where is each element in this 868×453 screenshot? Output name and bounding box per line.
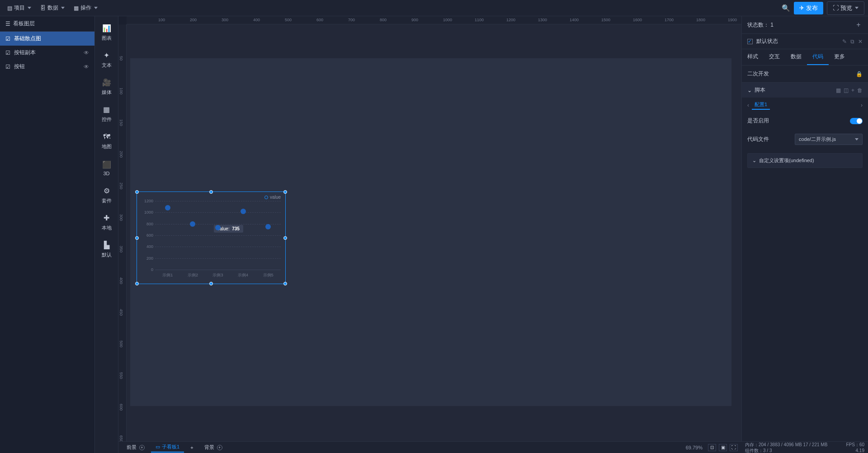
ruler-v-tick: 300 — [119, 214, 123, 221]
layer-checkbox[interactable]: ☑ — [5, 50, 10, 56]
add-state-button[interactable]: + — [854, 21, 863, 29]
ruler-h-tick: 1700 — [665, 18, 674, 22]
default-state-row[interactable]: 默认状态 ✎ ⧉ ✕ — [742, 34, 868, 49]
tab-sub-dashboard[interactable]: ▭ 子看板1 — [151, 442, 184, 453]
layer-item-1[interactable]: ☑按钮副本👁 — [0, 46, 94, 60]
ruler-v-tick: 100 — [119, 88, 123, 94]
text-icon: ✦ — [102, 51, 111, 60]
tool-text[interactable]: ✦文本 — [97, 47, 117, 72]
data-point[interactable] — [215, 225, 221, 230]
canvas-area[interactable]: value value: 735 020040060080010001200示例… — [127, 24, 741, 441]
fps-value: 60 — [859, 442, 864, 447]
ruler-h-tick: 400 — [253, 18, 260, 22]
visibility-icon[interactable]: 👁 — [84, 64, 89, 70]
tool-media[interactable]: 🎥媒体 — [97, 74, 117, 99]
ruler-h-tick: 300 — [222, 18, 228, 22]
custom-settings-section[interactable]: ⌄ 自定义设置项(undefined) — [747, 153, 863, 168]
script-next-icon[interactable]: › — [861, 102, 863, 108]
state-count-label: 状态数： — [747, 22, 769, 28]
layer-item-2[interactable]: ☑按钮👁 — [0, 60, 94, 74]
layer-label: 基础散点图 — [14, 35, 89, 42]
database-icon: 🗄 — [40, 5, 46, 11]
grid-action-icon[interactable]: ▦ — [836, 87, 841, 93]
fit-view-icon[interactable]: ⊡ — [708, 444, 716, 451]
tool-kit[interactable]: ⚙套件 — [97, 182, 117, 208]
publish-button[interactable]: ✈ 发布 — [794, 2, 823, 14]
file-icon: ▤ — [7, 5, 12, 11]
delete-script-icon[interactable]: 🗑 — [857, 87, 863, 93]
ruler-h-tick: 1800 — [696, 18, 705, 22]
menu-project[interactable]: ▤ 项目 — [4, 2, 35, 14]
layers-panel: ☰ 看板图层 ☑基础散点图☑按钮副本👁☑按钮👁 — [0, 16, 95, 453]
enable-toggle-row: 是否启用 — [742, 112, 868, 129]
state-count-row: 状态数： 1 + — [742, 16, 868, 34]
add-script-icon[interactable]: + — [851, 87, 854, 93]
enable-toggle[interactable] — [850, 118, 863, 124]
layers-panel-title: 看板图层 — [13, 20, 35, 28]
ruler-v-tick: 150 — [119, 119, 123, 126]
ruler-h-tick: 1900 — [728, 18, 737, 22]
selected-scatter-chart[interactable]: value value: 735 020040060080010001200示例… — [137, 191, 286, 284]
data-point[interactable] — [190, 221, 195, 227]
tab-background[interactable]: 背景 + — [200, 443, 227, 452]
tab-数据[interactable]: 数据 — [785, 49, 807, 65]
menu-data[interactable]: 🗄 数据 — [37, 2, 68, 14]
tab-交互[interactable]: 交互 — [764, 49, 785, 65]
screen-icon: ▭ — [156, 444, 160, 450]
delete-icon[interactable]: ✕ — [858, 38, 863, 45]
scatter-chart: value value: 735 020040060080010001200示例… — [137, 192, 285, 284]
tool-chart[interactable]: 📊图表 — [97, 20, 117, 45]
layer-item-0[interactable]: ☑基础散点图 — [0, 32, 94, 46]
code-file-value: code/二开示例.js — [799, 136, 836, 143]
chart-plot-area: value: 735 020040060080010001200示例1示例2示例… — [155, 201, 281, 270]
code-file-select[interactable]: code/二开示例.js — [795, 134, 863, 145]
panel-action-icon[interactable]: ◫ — [844, 87, 849, 93]
tab-foreground-label: 前景 — [127, 444, 137, 451]
tab-代码[interactable]: 代码 — [807, 49, 829, 65]
ruler-h-tick: 500 — [285, 18, 292, 22]
visibility-icon[interactable]: 👁 — [84, 50, 89, 56]
search-icon[interactable]: 🔍 — [782, 4, 790, 12]
data-point[interactable] — [241, 209, 246, 214]
data-point[interactable] — [165, 205, 170, 210]
ruler-v-tick: 250 — [119, 182, 123, 189]
menu-operate[interactable]: ▦ 操作 — [70, 2, 101, 14]
edit-icon[interactable]: ✎ — [842, 38, 847, 45]
add-foreground-icon[interactable]: + — [139, 445, 145, 450]
state-checkbox[interactable] — [747, 39, 753, 44]
tool-control[interactable]: ▦控件 — [97, 101, 117, 126]
default-state-label: 默认状态 — [756, 37, 778, 45]
ruler-v-tick: 400 — [119, 277, 123, 284]
code-file-label: 代码文件 — [747, 135, 769, 143]
tab-foreground[interactable]: 前景 + — [122, 443, 149, 452]
script-prev-icon[interactable]: ‹ — [747, 102, 749, 108]
layers-panel-header: ☰ 看板图层 — [0, 16, 94, 32]
add-background-icon[interactable]: + — [217, 445, 222, 450]
script-section-header[interactable]: ⌄ 脚本 ▦ ◫ + 🗑 — [742, 83, 868, 98]
x-tick-label: 示例2 — [188, 272, 198, 278]
tool-local[interactable]: ✚本地 — [97, 210, 117, 235]
tab-add[interactable]: + — [186, 444, 198, 452]
copy-icon[interactable]: ⧉ — [850, 38, 854, 45]
dev-section-header: 二次开发 🔒 — [742, 65, 868, 83]
tab-更多[interactable]: 更多 — [829, 49, 850, 65]
mem-label: 内存： — [745, 442, 759, 447]
chevron-down-icon — [855, 138, 859, 140]
expand-view-icon[interactable]: ⛶ — [730, 444, 738, 451]
tool-map[interactable]: 🗺地图 — [97, 128, 117, 154]
layer-checkbox[interactable]: ☑ — [5, 36, 10, 42]
actual-size-icon[interactable]: ▣ — [719, 444, 727, 451]
tool-3d[interactable]: ⬛3D — [97, 155, 117, 181]
ruler-h-tick: 1000 — [443, 18, 452, 22]
script-config-tab[interactable]: 配置1 — [752, 100, 770, 110]
preview-button[interactable]: ⛶ 预览 — [827, 1, 864, 15]
3d-icon: ⬛ — [102, 160, 111, 169]
status-bar: 内存：204 / 3883 / 4096 MB 17 / 221 MB FPS：… — [741, 441, 868, 453]
tab-样式[interactable]: 样式 — [742, 49, 764, 65]
tool-default[interactable]: ▙默认 — [97, 237, 117, 262]
ruler-v-tick: 450 — [119, 309, 123, 316]
lock-icon[interactable]: 🔒 — [856, 71, 863, 77]
layer-checkbox[interactable]: ☑ — [5, 64, 10, 70]
data-point[interactable] — [265, 224, 271, 229]
comp-value: 3 / 3 — [763, 448, 772, 453]
